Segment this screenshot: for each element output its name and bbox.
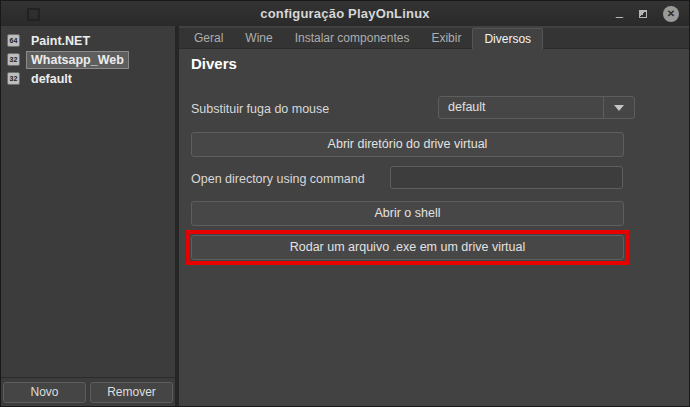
list-item-label-selected: Whatsapp_Web [26, 51, 129, 69]
chevron-down-icon [614, 105, 624, 111]
remove-button[interactable]: Remover [90, 382, 173, 403]
arch-32-badge-icon: 32 [7, 53, 20, 66]
maximize-button[interactable] [639, 10, 647, 18]
sidebar-actions: Novo Remover [1, 377, 175, 406]
arch-64-badge-icon: 64 [7, 34, 20, 47]
list-item-whatsapp-web[interactable]: 32 Whatsapp_Web [1, 50, 175, 69]
settings-panel: Geral Wine Instalar componentes Exibir D… [179, 26, 689, 406]
page-title: Divers [191, 55, 243, 72]
open-directory-command-input[interactable] [390, 166, 623, 189]
tabbar: Geral Wine Instalar componentes Exibir D… [179, 28, 689, 49]
list-item-label: default [26, 70, 77, 88]
close-button[interactable]: ✕ [663, 6, 679, 22]
playonlinux-config-window: configuração PlayOnLinux – ✕ 64 Paint.NE… [0, 0, 690, 407]
minimize-button[interactable]: – [616, 6, 623, 22]
titlebar: configuração PlayOnLinux – ✕ [1, 1, 689, 26]
tab-instalar-componentes[interactable]: Instalar componentes [284, 28, 421, 48]
virtual-drives-list: 64 Paint.NET 32 Whatsapp_Web 32 default [1, 26, 175, 377]
window-controls: – ✕ [616, 1, 679, 26]
tab-diversos[interactable]: Diversos [472, 28, 543, 49]
list-item-label: Paint.NET [26, 32, 95, 50]
mouse-warp-selected-value: default [439, 97, 603, 118]
open-shell-button[interactable]: Abrir o shell [191, 201, 624, 226]
open-virtual-drive-directory-button[interactable]: Abrir diretório do drive virtual [191, 132, 624, 157]
window-title: configuração PlayOnLinux [1, 6, 689, 21]
window-body: 64 Paint.NET 32 Whatsapp_Web 32 default … [1, 26, 689, 406]
open-directory-command-label: Open directory using command [191, 172, 365, 186]
run-exe-in-virtual-drive-button[interactable]: Rodar um arquivo .exe em um drive virtua… [191, 235, 624, 260]
new-button[interactable]: Novo [3, 382, 86, 403]
tab-wine[interactable]: Wine [234, 28, 283, 48]
list-item-paintnet[interactable]: 64 Paint.NET [1, 31, 175, 50]
arch-32-badge-icon: 32 [7, 72, 20, 85]
mouse-warp-label: Substituir fuga do mouse [191, 102, 329, 116]
tab-geral[interactable]: Geral [183, 28, 234, 48]
tab-exibir[interactable]: Exibir [420, 28, 472, 48]
list-item-default[interactable]: 32 default [1, 69, 175, 88]
virtual-drives-sidebar: 64 Paint.NET 32 Whatsapp_Web 32 default … [1, 26, 175, 406]
highlight-rectangle: Rodar um arquivo .exe em um drive virtua… [186, 230, 629, 265]
dropdown-arrow-button[interactable] [603, 97, 634, 118]
mouse-warp-dropdown[interactable]: default [438, 96, 635, 119]
